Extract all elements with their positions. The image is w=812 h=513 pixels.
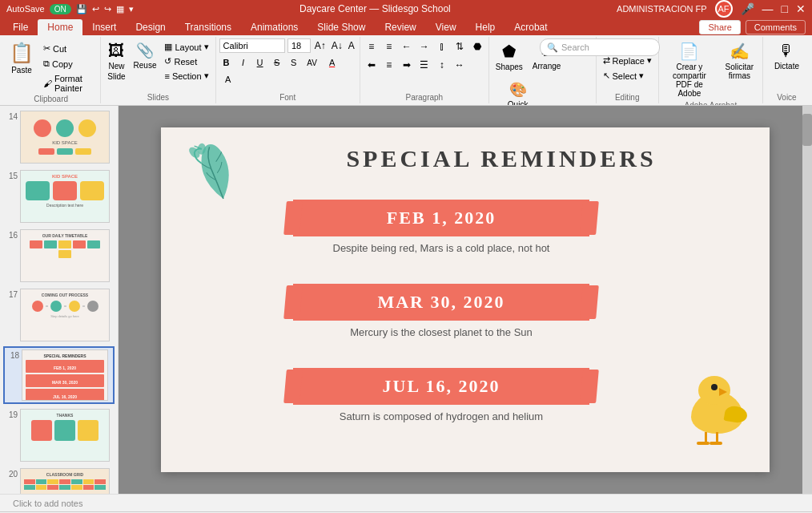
user-avatar[interactable]: AF [715, 0, 733, 18]
numbering-button[interactable]: ≡ [381, 38, 397, 55]
reminder-banner-1: FEB 1, 2020 [293, 200, 589, 236]
search-box[interactable]: 🔍 Search [540, 38, 660, 56]
font-size-box[interactable]: 18 [287, 38, 311, 53]
minimize-button[interactable]: — [762, 2, 774, 15]
justify-button[interactable]: ☰ [416, 57, 432, 73]
tab-home[interactable]: Home [38, 19, 82, 35]
align-center-button[interactable]: ≡ [381, 57, 397, 73]
section-button[interactable]: ≡ Section ▾ [161, 69, 211, 83]
cut-button[interactable]: ✂ Cut [40, 42, 97, 55]
reset-button[interactable]: ↺ Reset [161, 55, 211, 68]
line-spacing-button[interactable]: ↕ [434, 57, 450, 73]
format-painter-button[interactable]: 🖌 Format Painter [40, 72, 97, 95]
font-decrease-button[interactable]: A↓ [330, 40, 344, 51]
bold-button[interactable]: B [219, 55, 234, 70]
reminder-banner-3: JUL 16, 2020 [293, 368, 589, 405]
layout-button[interactable]: ▦ Layout ▾ [161, 40, 211, 54]
tab-help[interactable]: Help [466, 19, 505, 35]
italic-button[interactable]: I [236, 55, 251, 70]
tab-slideshow[interactable]: Slide Show [308, 19, 375, 35]
tab-design[interactable]: Design [126, 19, 175, 35]
reminder-banner-2: MAR 30, 2020 [293, 284, 589, 321]
slide-thumb-16[interactable]: 16 OUR DAILY TIMETABLE [3, 228, 115, 284]
close-button[interactable]: ✕ [796, 2, 806, 15]
share-comment-area: Share Comments [699, 20, 806, 34]
increase-indent-button[interactable]: → [416, 38, 432, 55]
slide-thumb-19[interactable]: 19 THANKS [3, 407, 115, 463]
section-icon: ≡ [164, 71, 169, 81]
layout-dropdown-icon: ▾ [204, 42, 209, 52]
tab-transitions[interactable]: Transitions [175, 19, 241, 35]
vertical-scrollbar[interactable] [802, 106, 812, 494]
slide-canvas: SPECIAL REMINDERS FEB 1, 2020 Despite be… [119, 106, 812, 494]
slide-img-16: OUR DAILY TIMETABLE [20, 229, 110, 282]
scrollbar-thumb[interactable] [802, 114, 812, 146]
slide-thumb-15[interactable]: 15 KID SPACE Description text here [3, 168, 115, 224]
paste-icon: 📋 [10, 42, 34, 64]
chick-beak [719, 388, 727, 396]
slide-thumb-18[interactable]: 18 SPECIAL REMINDERS FEB 1, 2020 MAR 30,… [3, 346, 115, 404]
text-shadow-button[interactable]: S [287, 55, 301, 70]
quick-styles-icon: 🎨 [509, 81, 527, 99]
redo-icon[interactable]: ↪ [104, 4, 111, 14]
paragraph-spacing-button[interactable]: ↔ [452, 57, 468, 73]
underline-button[interactable]: U [253, 55, 267, 70]
clipboard-small-buttons: ✂ Cut ⧉ Copy 🖌 Format Painter [40, 38, 97, 95]
dictate-button[interactable]: 🎙 Dictate [770, 38, 804, 93]
solicitar-button[interactable]: ✍ Solicitar firmas [720, 38, 759, 83]
microphone-icon[interactable]: 🎤 [741, 2, 754, 15]
select-button[interactable]: ↖ Select ▾ [600, 69, 655, 83]
char-spacing-button[interactable]: AV [303, 55, 321, 70]
select-icon: ↖ [603, 71, 610, 81]
highlight-color-button[interactable]: A [219, 72, 237, 87]
bullets-button[interactable]: ≡ [364, 38, 380, 55]
search-icon: 🔍 [547, 42, 558, 53]
slides-group: 🖼 New Slide 📎 Reuse ▦ Layout ▾ ↺ [101, 37, 215, 103]
font-color-button[interactable]: A [324, 55, 341, 70]
solicitar-icon: ✍ [730, 42, 750, 61]
main-area: 14 KID SPACE 15 KID SPACE [0, 106, 812, 494]
font-controls: Calibri 18 A↑ A↓ A B I U S S AV A A [219, 38, 356, 93]
tab-animations[interactable]: Animations [241, 19, 308, 35]
tab-insert[interactable]: Insert [82, 19, 126, 35]
align-right-button[interactable]: ➡ [399, 57, 415, 73]
font-name-box[interactable]: Calibri [219, 38, 285, 53]
align-left-button[interactable]: ⬅ [364, 57, 380, 73]
copy-button[interactable]: ⧉ Copy [40, 57, 97, 71]
smart-art-button[interactable]: ⬣ [469, 38, 485, 55]
strikethrough-button[interactable]: S [270, 55, 284, 70]
undo-icon[interactable]: ↩ [92, 4, 99, 14]
tab-acrobat[interactable]: Acrobat [504, 19, 557, 35]
slide-thumb-20[interactable]: 20 CLASSROOM GRID [3, 467, 115, 494]
shapes-button[interactable]: ⬟ Shapes [492, 38, 526, 75]
reminder-date-2: MAR 30, 2020 [377, 292, 504, 313]
tab-view[interactable]: View [426, 19, 466, 35]
clear-format-button[interactable]: A [347, 40, 356, 51]
maximize-button[interactable]: □ [782, 2, 788, 15]
decrease-indent-button[interactable]: ← [399, 38, 415, 55]
slide-thumb-17[interactable]: 17 COMING OUT PROCESS Step details go he… [3, 287, 115, 343]
tab-file[interactable]: File [3, 19, 38, 35]
share-button[interactable]: Share [699, 20, 740, 34]
dropdown-icon[interactable]: ▾ [129, 4, 134, 14]
quick-styles-button[interactable]: 🎨 Quick Quick Styles [492, 78, 544, 106]
paste-button[interactable]: 📋 Paste [5, 38, 38, 78]
new-slide-button[interactable]: 🖼 New Slide [104, 38, 128, 84]
text-direction-button[interactable]: ⇅ [452, 38, 468, 55]
columns-button[interactable]: ⫿ [434, 38, 450, 55]
click-to-add-notes[interactable]: Click to add notes [13, 499, 82, 508]
reminder-block-3: JUL 16, 2020 Saturn is composed of hydro… [293, 368, 589, 422]
presenter-icon[interactable]: ▦ [116, 4, 124, 14]
font-group: Calibri 18 A↑ A↓ A B I U S S AV A A Font [216, 37, 360, 103]
slide-main[interactable]: SPECIAL REMINDERS FEB 1, 2020 Despite be… [161, 127, 770, 472]
comments-button[interactable]: Comments [746, 20, 806, 34]
font-increase-button[interactable]: A↑ [313, 40, 328, 51]
save-icon[interactable]: 💾 [76, 4, 87, 14]
tab-review[interactable]: Review [375, 19, 425, 35]
autosave-toggle[interactable]: ON [50, 4, 71, 14]
create-pdf-button[interactable]: 📄 Crear y compartir PDF de Adobe [662, 38, 717, 101]
slide-img-20: CLASSROOM GRID [20, 468, 110, 494]
slide-small-buttons: ▦ Layout ▾ ↺ Reset ≡ Section ▾ [161, 38, 211, 83]
reuse-button[interactable]: 📎 Reuse [131, 38, 160, 73]
slide-thumb-14[interactable]: 14 KID SPACE [3, 109, 115, 165]
